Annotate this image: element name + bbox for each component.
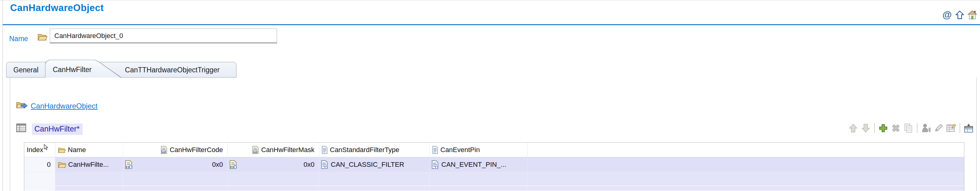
cell-name[interactable]: CanHwFilte... [55, 157, 123, 172]
toolbar-separator [960, 123, 960, 133]
folder-icon [37, 33, 47, 41]
cell-canhwfiltermask[interactable]: FFD 0x0 [228, 157, 319, 172]
table-list-icon [16, 123, 26, 133]
mouse-cursor [44, 144, 49, 151]
page-title: CanHardwareObject [10, 2, 104, 14]
delete-icon[interactable] [891, 123, 901, 133]
numeric-doc-icon: 123 [252, 146, 259, 154]
title-toolbar: @ [943, 10, 977, 20]
empty-cell [319, 172, 430, 185]
table-edit-icon[interactable] [946, 123, 956, 133]
numeric-doc-icon: 123 [161, 146, 167, 154]
window-top-border [0, 0, 980, 0]
edit-icon[interactable] [934, 123, 943, 133]
tab-cantthardwareobjecttrigger[interactable]: CanTTHardwareObjectTrigger [111, 62, 234, 77]
hex-default-doc-icon: FFD [229, 160, 237, 169]
empty-cell [24, 186, 55, 191]
empty-cell [55, 186, 123, 191]
empty-cell [55, 172, 123, 185]
svg-text:D: D [234, 165, 237, 169]
at-icon[interactable]: @ [943, 10, 952, 20]
folder-link-icon [16, 101, 28, 110]
table-empty-row[interactable] [24, 172, 964, 186]
move-down-icon[interactable] [861, 123, 871, 133]
empty-cell [319, 186, 430, 191]
breadcrumb-link[interactable]: CanHardwareObject [31, 102, 97, 110]
column-header-canhwfiltermask[interactable]: 123 CanHwFilterMask [228, 142, 319, 157]
copy-icon[interactable] [904, 123, 913, 133]
cell-caneventpin[interactable]: D CAN_EVENT_PIN_... [430, 157, 528, 172]
column-header-filler [528, 142, 964, 157]
column-header-name[interactable]: Name [55, 142, 123, 157]
enum-doc-icon [321, 146, 328, 154]
toolbar-separator [874, 123, 875, 133]
enum-default-doc-icon: D [431, 160, 439, 169]
enum-doc-icon [432, 146, 438, 154]
add-person-icon[interactable] [921, 123, 931, 133]
name-label: Name [9, 35, 28, 43]
editor-left-border [2, 0, 3, 191]
tab-general[interactable]: General [6, 62, 46, 77]
empty-cell [123, 172, 228, 185]
column-header-canstandardfiltertype[interactable]: CanStandardFilterType [319, 142, 430, 157]
table-header-row: Index Name 123 CanHwFilterCode 123 CanHw… [24, 142, 964, 157]
empty-cell [24, 172, 55, 185]
add-icon[interactable] [878, 123, 888, 133]
empty-cell [528, 172, 964, 185]
empty-cell [528, 186, 964, 191]
tab-strip: General CanTTHardwareObjectTrigger [6, 62, 237, 77]
canhwfilter-table: Index Name 123 CanHwFilterCode 123 CanHw… [24, 142, 964, 191]
folder-icon [58, 147, 66, 153]
move-up-icon[interactable] [848, 123, 858, 133]
list-title: CanHwFilter* [32, 123, 83, 135]
svg-text:D: D [129, 165, 133, 169]
home-icon[interactable] [968, 10, 977, 20]
empty-cell [228, 186, 319, 191]
empty-cell [430, 186, 528, 191]
cell-filler [528, 157, 964, 172]
title-underline [3, 24, 980, 25]
table-import-icon[interactable] [964, 123, 974, 133]
table-row[interactable]: 0 CanHwFilte... FFD 0x0 FFD 0x0 D CAN_ [24, 157, 964, 172]
cell-canstandardfiltertype[interactable]: D CAN_CLASSIC_FILTER [319, 157, 430, 172]
tab-canhwfilter-selected[interactable]: CanHwFilter [49, 62, 95, 77]
folder-icon [58, 161, 66, 168]
hex-default-doc-icon: FFD [125, 160, 133, 169]
enum-default-doc-icon: D [321, 160, 328, 169]
empty-cell [123, 186, 228, 191]
table-empty-row[interactable] [24, 186, 964, 191]
empty-cell [430, 172, 528, 185]
svg-text:D: D [435, 165, 438, 169]
cell-canhwfiltercode[interactable]: FFD 0x0 [123, 157, 228, 172]
svg-text:D: D [324, 165, 328, 169]
svg-text:123: 123 [253, 150, 258, 153]
column-header-canhwfiltercode[interactable]: 123 CanHwFilterCode [123, 142, 228, 157]
column-header-caneventpin[interactable]: CanEventPin [430, 142, 528, 157]
column-header-index[interactable]: Index [24, 142, 55, 157]
svg-text:123: 123 [162, 150, 166, 153]
name-input[interactable] [50, 28, 277, 43]
up-arrow-icon[interactable] [955, 10, 964, 20]
list-toolbar [848, 122, 974, 134]
cell-index[interactable]: 0 [24, 157, 55, 172]
empty-cell [228, 172, 319, 185]
